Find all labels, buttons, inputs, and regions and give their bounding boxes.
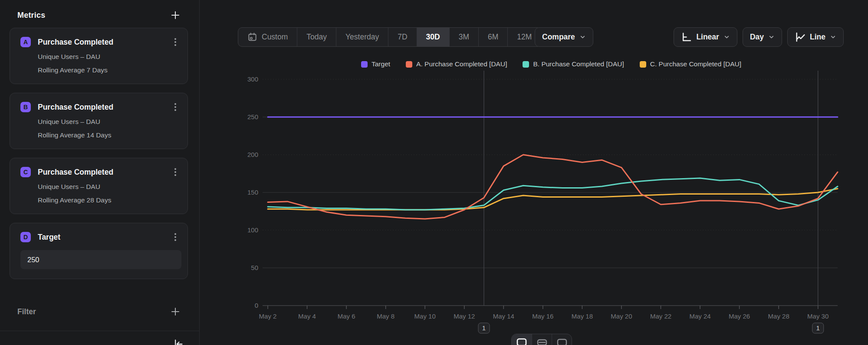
view-layout-toggles: [511, 334, 572, 345]
target-title: Target: [38, 233, 172, 242]
x-axis-label: May 16: [532, 312, 553, 320]
chevron-down-icon: [768, 34, 775, 40]
metrics-line-chart: 05010015020025030011May 2May 4May 6May 8…: [234, 56, 868, 345]
view-split-button[interactable]: [532, 334, 552, 345]
filter-section: Filter: [0, 299, 199, 316]
chart-panel-icon: [516, 338, 527, 345]
metrics-header: Metrics: [0, 0, 199, 28]
compare-label: Compare: [542, 33, 575, 42]
range-yesterday[interactable]: Yesterday: [336, 28, 388, 46]
range-label: Custom: [262, 33, 288, 42]
metric-title: Purchase Completed: [38, 103, 172, 112]
x-axis-label: May 20: [611, 312, 632, 320]
collapse-sidebar-button[interactable]: [172, 338, 184, 345]
sidebar-divider: [0, 331, 199, 331]
chevron-down-icon: [723, 34, 730, 40]
scale-select-button[interactable]: Linear: [674, 27, 737, 47]
x-axis-label: May 14: [493, 312, 514, 320]
metric-menu-button[interactable]: [172, 37, 179, 47]
kebab-menu-icon: [172, 102, 179, 112]
y-axis-label: 150: [247, 189, 258, 196]
plus-icon: [171, 307, 180, 316]
metric-measure: Unique Users – DAU: [38, 118, 179, 126]
metric-card-c[interactable]: C Purchase Completed Unique Users – DAU …: [10, 158, 188, 214]
range-7d[interactable]: 7D: [388, 28, 416, 46]
range-3m[interactable]: 3M: [449, 28, 478, 46]
metric-title: Purchase Completed: [38, 38, 172, 47]
x-axis-label: May 8: [377, 312, 395, 320]
y-axis-label: 50: [251, 264, 258, 271]
kebab-menu-icon: [172, 232, 179, 242]
range-label: Yesterday: [345, 33, 379, 42]
range-today[interactable]: Today: [297, 28, 336, 46]
interval-label: Day: [750, 33, 764, 42]
x-axis-label: May 6: [338, 312, 355, 320]
view-table-only-button[interactable]: [552, 334, 572, 345]
range-label: 12M: [517, 33, 532, 42]
y-axis-label: 200: [247, 151, 258, 158]
x-axis-label: May 22: [650, 312, 671, 320]
metric-badge-b: B: [20, 102, 31, 112]
annotation-badge-label: 1: [482, 324, 486, 332]
x-axis-label: May 18: [572, 312, 593, 320]
chevron-down-icon: [830, 34, 836, 40]
kebab-menu-icon: [172, 167, 179, 177]
line-chart-icon: [795, 32, 806, 42]
x-axis-label: May 28: [768, 312, 789, 320]
metric-measure: Unique Users – DAU: [38, 183, 179, 191]
chart-type-label: Line: [810, 33, 825, 42]
metric-menu-button[interactable]: [172, 102, 179, 112]
x-axis-label: May 26: [729, 312, 750, 320]
x-axis-label: May 24: [689, 312, 710, 320]
metric-measure: Unique Users – DAU: [38, 53, 179, 61]
y-axis-label: 300: [247, 75, 258, 83]
y-axis-label: 100: [247, 226, 258, 234]
metric-transform: Rolling Average 7 Days: [38, 66, 179, 74]
metric-badge-d: D: [20, 232, 31, 242]
scale-label: Linear: [696, 33, 719, 42]
x-axis-label: May 30: [807, 312, 829, 320]
add-metric-button[interactable]: [171, 10, 180, 20]
x-axis-label: May 4: [298, 312, 316, 320]
metric-badge-c: C: [20, 167, 31, 177]
split-panel-icon: [537, 338, 547, 345]
kebab-menu-icon: [172, 37, 179, 47]
metrics-sidebar: Metrics A Purchase Completed Unique User…: [0, 0, 200, 345]
range-label: 7D: [398, 33, 407, 42]
metric-badge-a: A: [20, 37, 31, 47]
series-line-c[interactable]: [268, 189, 838, 210]
table-panel-icon: [557, 338, 567, 345]
range-6m[interactable]: 6M: [478, 28, 507, 46]
range-custom[interactable]: Custom: [238, 28, 297, 46]
filter-title: Filter: [17, 307, 36, 316]
metric-card-a[interactable]: A Purchase Completed Unique Users – DAU …: [10, 28, 188, 84]
metric-menu-button[interactable]: [172, 167, 179, 177]
date-range-control: Custom Today Yesterday 7D 30D 3M 6M 12M: [238, 27, 541, 47]
metric-menu-button[interactable]: [172, 232, 179, 242]
linear-scale-icon: [681, 32, 692, 42]
calendar-icon: [247, 32, 257, 42]
chart-type-select-button[interactable]: Line: [787, 27, 844, 47]
metric-title: Purchase Completed: [38, 168, 172, 177]
target-card[interactable]: D Target: [10, 223, 188, 279]
range-label: 3M: [459, 33, 469, 42]
metric-card-b[interactable]: B Purchase Completed Unique Users – DAU …: [10, 93, 188, 149]
add-filter-button[interactable]: [171, 307, 180, 316]
annotation-badge-label: 1: [816, 324, 820, 332]
range-30d[interactable]: 30D: [417, 28, 449, 46]
collapse-sidebar-icon: [172, 338, 184, 345]
metric-transform: Rolling Average 28 Days: [38, 196, 179, 204]
y-axis-label: 250: [247, 113, 258, 120]
x-axis-label: May 12: [454, 312, 475, 320]
chevron-down-icon: [579, 34, 586, 40]
range-label: 30D: [426, 33, 440, 42]
x-axis-label: May 10: [414, 312, 436, 320]
metrics-title: Metrics: [17, 11, 45, 20]
x-axis-label: May 2: [259, 312, 277, 320]
target-value-input[interactable]: [20, 250, 181, 269]
metric-transform: Rolling Average 14 Days: [38, 131, 179, 139]
view-chart-only-button[interactable]: [512, 334, 532, 345]
compare-button[interactable]: Compare: [535, 27, 593, 47]
range-label: 6M: [488, 33, 498, 42]
interval-select-button[interactable]: Day: [743, 27, 782, 47]
